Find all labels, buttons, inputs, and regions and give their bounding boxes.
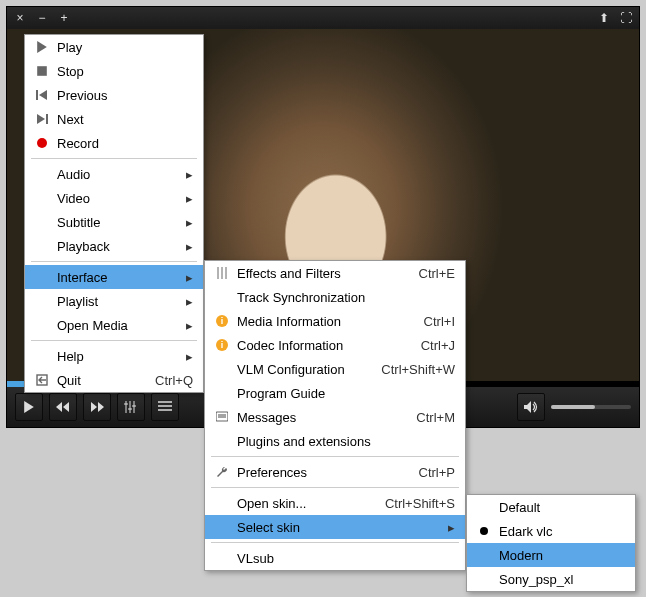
menu-item-help[interactable]: Help▸ — [25, 344, 203, 368]
menu-shortcut: Ctrl+Shift+W — [361, 362, 455, 377]
menu-divider — [31, 158, 197, 159]
chevron-right-icon: ▸ — [181, 349, 193, 364]
menu-divider — [211, 542, 459, 543]
menu-item-messages[interactable]: Messages Ctrl+M — [205, 405, 465, 429]
menu-item-video[interactable]: Video▸ — [25, 186, 203, 210]
menu-label: Plugins and extensions — [233, 434, 455, 449]
minimize-icon[interactable]: − — [35, 11, 49, 25]
menu-label: Stop — [53, 64, 193, 79]
equalizer-button[interactable] — [117, 393, 145, 421]
context-menu-select-skin: Default Edark vlc Modern Sony_psp_xl — [466, 494, 636, 592]
menu-item-skin-sony[interactable]: Sony_psp_xl — [467, 567, 635, 591]
fullscreen-icon[interactable]: ⛶ — [619, 11, 633, 25]
play-button[interactable] — [15, 393, 43, 421]
menu-item-playback[interactable]: Playback▸ — [25, 234, 203, 258]
menu-item-subtitle[interactable]: Subtitle▸ — [25, 210, 203, 234]
menu-item-select-skin[interactable]: Select skin ▸ — [205, 515, 465, 539]
radio-unchecked-icon — [473, 575, 495, 583]
menu-label: Next — [53, 112, 193, 127]
menu-item-previous[interactable]: Previous — [25, 83, 203, 107]
menu-item-play[interactable]: Play — [25, 35, 203, 59]
context-menu-main: Play Stop Previous Next Record Audio▸ Vi… — [24, 34, 204, 393]
svg-rect-17 — [36, 90, 38, 100]
next-icon — [31, 113, 53, 125]
svg-marker-15 — [37, 41, 47, 53]
menu-label: Effects and Filters — [233, 266, 399, 281]
menu-item-program-guide[interactable]: Program Guide — [205, 381, 465, 405]
menu-divider — [31, 340, 197, 341]
previous-icon — [31, 89, 53, 101]
chevron-right-icon: ▸ — [181, 167, 193, 182]
menu-shortcut: Ctrl+I — [404, 314, 455, 329]
menu-item-effects[interactable]: Effects and Filters Ctrl+E — [205, 261, 465, 285]
menu-item-open-skin[interactable]: Open skin... Ctrl+Shift+S — [205, 491, 465, 515]
svg-marker-0 — [24, 401, 34, 413]
add-icon[interactable]: + — [57, 11, 71, 25]
menu-item-vlm-config[interactable]: VLM Configuration Ctrl+Shift+W — [205, 357, 465, 381]
playlist-button[interactable] — [151, 393, 179, 421]
menu-item-skin-default[interactable]: Default — [467, 495, 635, 519]
info-icon: i — [211, 315, 233, 327]
menu-item-stop[interactable]: Stop — [25, 59, 203, 83]
menu-item-open-media[interactable]: Open Media▸ — [25, 313, 203, 337]
menu-shortcut: Ctrl+J — [401, 338, 455, 353]
menu-label: Interface — [53, 270, 181, 285]
svg-marker-3 — [91, 402, 97, 412]
menu-shortcut: Ctrl+Q — [135, 373, 193, 388]
menu-item-skin-edark[interactable]: Edark vlc — [467, 519, 635, 543]
menu-item-codec-info[interactable]: i Codec Information Ctrl+J — [205, 333, 465, 357]
menu-item-quit[interactable]: Quit Ctrl+Q — [25, 368, 203, 392]
svg-marker-1 — [63, 402, 69, 412]
menu-item-skin-modern[interactable]: Modern — [467, 543, 635, 567]
menu-item-audio[interactable]: Audio▸ — [25, 162, 203, 186]
menu-label: Help — [53, 349, 181, 364]
menu-divider — [211, 487, 459, 488]
menu-label: Codec Information — [233, 338, 401, 353]
menu-shortcut: Ctrl+E — [399, 266, 455, 281]
menu-label: Modern — [495, 548, 625, 563]
menu-label: Record — [53, 136, 193, 151]
menu-label: Media Information — [233, 314, 404, 329]
menu-item-next[interactable]: Next — [25, 107, 203, 131]
menu-shortcut: Ctrl+P — [399, 465, 455, 480]
menu-label: Messages — [233, 410, 396, 425]
sliders-icon — [211, 267, 233, 279]
messages-icon — [211, 411, 233, 423]
chevron-right-icon: ▸ — [181, 239, 193, 254]
menu-label: Preferences — [233, 465, 399, 480]
record-icon — [31, 138, 53, 148]
menu-item-playlist[interactable]: Playlist▸ — [25, 289, 203, 313]
menu-item-media-info[interactable]: i Media Information Ctrl+I — [205, 309, 465, 333]
info-icon: i — [211, 339, 233, 351]
upload-icon[interactable]: ⬆ — [597, 11, 611, 25]
menu-shortcut: Ctrl+M — [396, 410, 455, 425]
volume-slider[interactable] — [551, 405, 631, 409]
menu-label: Open Media — [53, 318, 181, 333]
menu-item-track-sync[interactable]: Track Synchronization — [205, 285, 465, 309]
svg-rect-20 — [46, 114, 48, 124]
svg-marker-14 — [524, 401, 531, 413]
chevron-right-icon: ▸ — [181, 270, 193, 285]
svg-rect-16 — [37, 66, 47, 76]
menu-item-plugins[interactable]: Plugins and extensions — [205, 429, 465, 453]
menu-item-preferences[interactable]: Preferences Ctrl+P — [205, 460, 465, 484]
radio-checked-icon — [473, 527, 495, 535]
menu-label: Select skin — [233, 520, 443, 535]
forward-button[interactable] — [83, 393, 111, 421]
menu-label: VLM Configuration — [233, 362, 361, 377]
context-menu-interface: Effects and Filters Ctrl+E Track Synchro… — [204, 260, 466, 571]
menu-label: Play — [53, 40, 193, 55]
menu-item-record[interactable]: Record — [25, 131, 203, 155]
menu-item-vlsub[interactable]: VLsub — [205, 546, 465, 570]
chevron-right-icon: ▸ — [181, 294, 193, 309]
play-icon — [31, 41, 53, 53]
rewind-button[interactable] — [49, 393, 77, 421]
titlebar: × − + ⬆ ⛶ — [7, 7, 639, 29]
menu-label: Open skin... — [233, 496, 365, 511]
volume-button[interactable] — [517, 393, 545, 421]
menu-item-interface[interactable]: Interface▸ — [25, 265, 203, 289]
close-icon[interactable]: × — [13, 11, 27, 25]
wrench-icon — [211, 466, 233, 478]
chevron-right-icon: ▸ — [181, 191, 193, 206]
radio-unchecked-icon — [473, 551, 495, 559]
